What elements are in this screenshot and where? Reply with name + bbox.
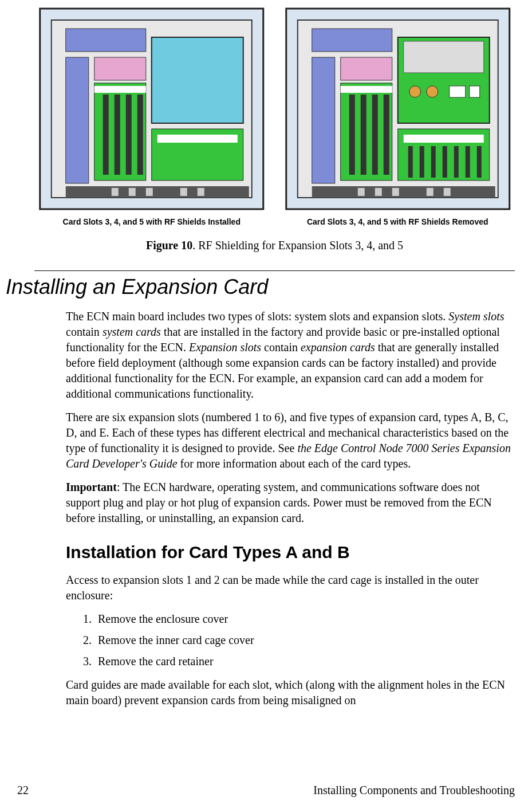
svg-rect-17 xyxy=(146,188,153,196)
svg-rect-34 xyxy=(403,135,483,143)
step-item: Remove the card retainer xyxy=(94,654,515,669)
figure-row: Card Slots 3, 4, and 5 with RF Shields I… xyxy=(34,6,515,227)
svg-rect-18 xyxy=(180,188,187,196)
svg-rect-29 xyxy=(312,57,334,183)
step-item: Remove the enclosure cover xyxy=(94,611,515,627)
svg-point-25 xyxy=(409,86,420,97)
paragraph-slots: There are six expansion slots (numbered … xyxy=(66,410,515,472)
svg-rect-30 xyxy=(340,57,392,80)
svg-rect-44 xyxy=(465,146,470,178)
svg-rect-36 xyxy=(360,95,366,175)
svg-rect-16 xyxy=(129,188,136,196)
body-text-block: The ECN main board includes two types of… xyxy=(66,309,515,526)
paragraph-intro: The ECN main board includes two types of… xyxy=(66,309,515,402)
page-footer: 22 Installing Components and Troubleshoo… xyxy=(17,783,515,798)
figure-right-caption: Card Slots 3, 4, and 5 with RF Shields R… xyxy=(307,217,488,227)
svg-rect-42 xyxy=(442,146,447,178)
steps-list: Remove the enclosure cover Remove the in… xyxy=(77,611,515,669)
svg-rect-47 xyxy=(357,188,364,196)
svg-rect-45 xyxy=(476,146,481,178)
svg-rect-19 xyxy=(198,188,204,196)
svg-rect-46 xyxy=(312,186,495,198)
svg-rect-9 xyxy=(157,135,238,143)
heading-installing-expansion-card: Installing an Expansion Card xyxy=(6,273,515,301)
paragraph-access: Access to expansion slots 1 and 2 can be… xyxy=(66,572,515,603)
svg-rect-24 xyxy=(403,41,483,73)
figure-number: Figure 10 xyxy=(146,239,192,252)
svg-rect-41 xyxy=(431,146,435,178)
svg-rect-27 xyxy=(449,86,465,97)
svg-rect-13 xyxy=(137,95,143,175)
svg-rect-2 xyxy=(66,29,146,52)
svg-rect-32 xyxy=(340,86,392,93)
heading-installation-ab: Installation for Card Types A and B xyxy=(66,541,515,564)
svg-rect-28 xyxy=(469,86,479,97)
figure-title: . RF Shielding for Expansion Slots 3, 4,… xyxy=(192,239,403,252)
step-item: Remove the inner card cage cover xyxy=(94,633,515,648)
figure-caption: Figure 10. RF Shielding for Expansion Sl… xyxy=(34,238,515,253)
body-text-block-3: Card guides are made available for each … xyxy=(66,677,515,708)
svg-rect-10 xyxy=(103,95,109,175)
svg-rect-37 xyxy=(372,95,377,175)
svg-rect-14 xyxy=(66,186,249,198)
svg-point-26 xyxy=(426,86,438,97)
svg-rect-4 xyxy=(66,57,89,183)
svg-rect-43 xyxy=(454,146,458,178)
svg-rect-15 xyxy=(112,188,119,196)
svg-rect-50 xyxy=(426,188,433,196)
svg-rect-12 xyxy=(126,95,132,175)
svg-rect-7 xyxy=(94,86,146,93)
svg-rect-49 xyxy=(392,188,399,196)
svg-rect-3 xyxy=(152,37,243,123)
body-text-block-2: Access to expansion slots 1 and 2 can be… xyxy=(66,572,515,603)
svg-rect-39 xyxy=(408,146,412,178)
page-number: 22 xyxy=(17,783,29,798)
figure-left: Card Slots 3, 4, and 5 with RF Shields I… xyxy=(34,6,269,227)
svg-rect-38 xyxy=(383,95,389,175)
svg-rect-40 xyxy=(419,146,424,178)
horizontal-rule xyxy=(34,270,515,271)
figure-left-caption: Card Slots 3, 4, and 5 with RF Shields I… xyxy=(63,217,241,227)
cad-illustration-shields-installed xyxy=(34,6,269,212)
figure-right: Card Slots 3, 4, and 5 with RF Shields R… xyxy=(281,6,515,227)
svg-rect-35 xyxy=(349,95,354,175)
svg-rect-51 xyxy=(443,188,450,196)
svg-rect-48 xyxy=(375,188,381,196)
cad-illustration-shields-removed xyxy=(281,6,515,212)
paragraph-guides: Card guides are made available for each … xyxy=(66,677,515,708)
footer-section-title: Installing Components and Troubleshootin… xyxy=(313,783,515,798)
paragraph-important: Important: The ECN hardware, operating s… xyxy=(66,480,515,526)
svg-rect-22 xyxy=(312,29,392,52)
svg-rect-5 xyxy=(94,57,146,80)
svg-rect-11 xyxy=(115,95,120,175)
